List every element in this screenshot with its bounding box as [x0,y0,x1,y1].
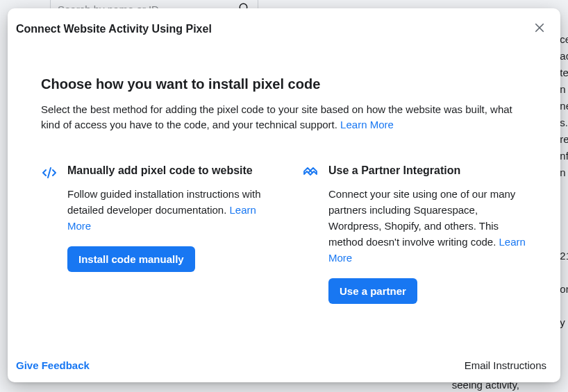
option-manual-description: Follow guided installation instructions … [67,186,266,234]
learn-more-link[interactable]: Learn More [340,119,394,130]
svg-line-4 [48,168,51,178]
install-manually-button[interactable]: Install code manually [67,246,195,272]
modal-header: Connect Website Activity Using Pixel [8,8,560,44]
description-text: Select the best method for adding the pi… [41,103,512,130]
modal-body: Choose how you want to install pixel cod… [8,44,560,348]
use-partner-button[interactable]: Use a partner [328,278,417,304]
option-partner-description: Connect your site using one of our many … [328,186,527,266]
handshake-icon [302,164,319,181]
backdrop-right-text: ce ac te n ne s. re nf n 21 or y [560,31,568,331]
email-instructions-link[interactable]: Email Instructions [465,359,546,371]
section-description: Select the best method for adding the pi… [41,102,527,133]
option-partner: Use a Partner Integration Connect your s… [302,163,527,304]
option-manual: Manually add pixel code to website Follo… [41,163,266,304]
option-partner-desc-text: Connect your site using one of our many … [328,188,515,248]
section-heading: Choose how you want to install pixel cod… [41,76,527,92]
give-feedback-link[interactable]: Give Feedback [16,359,90,371]
modal-footer: Give Feedback Email Instructions [8,348,560,382]
code-icon [41,164,58,181]
option-partner-content: Use a Partner Integration Connect your s… [328,163,527,304]
option-partner-title: Use a Partner Integration [328,163,527,178]
close-icon [533,22,546,37]
option-manual-title: Manually add pixel code to website [67,163,266,178]
option-manual-content: Manually add pixel code to website Follo… [67,163,266,304]
close-button[interactable] [528,18,551,40]
modal-title: Connect Website Activity Using Pixel [16,23,212,35]
modal-dialog: Connect Website Activity Using Pixel Cho… [8,8,560,382]
options-container: Manually add pixel code to website Follo… [41,163,527,304]
